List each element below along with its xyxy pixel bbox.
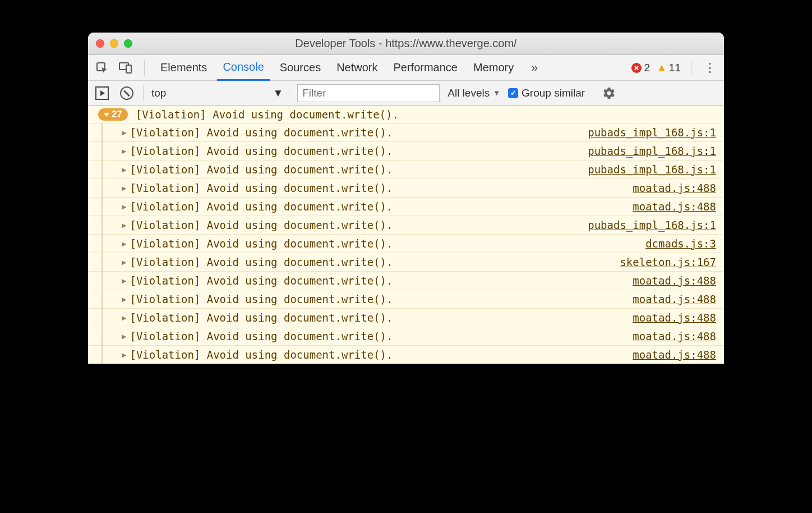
tab-elements[interactable]: Elements bbox=[155, 55, 213, 81]
console-output: 27 [Violation] Avoid using document.writ… bbox=[88, 106, 724, 364]
tab-console[interactable]: Console bbox=[217, 55, 269, 81]
error-count: 2 bbox=[644, 62, 650, 74]
source-link[interactable]: moatad.js:488 bbox=[633, 312, 716, 324]
console-message-row[interactable]: ▶[Violation] Avoid using document.write(… bbox=[88, 234, 724, 253]
group-count-badge: 27 bbox=[98, 108, 128, 121]
message-text: [Violation] Avoid using document.write()… bbox=[130, 145, 588, 157]
group-similar-toggle[interactable]: ✓ Group similar bbox=[508, 87, 585, 99]
execution-context-selector[interactable]: top ▼ bbox=[151, 87, 289, 99]
group-count: 27 bbox=[112, 109, 122, 120]
disclosure-triangle-icon: ▶ bbox=[122, 332, 126, 341]
console-settings-icon[interactable] bbox=[601, 85, 617, 102]
message-group-body: ▶[Violation] Avoid using document.write(… bbox=[88, 123, 724, 364]
kebab-menu-icon[interactable]: ⋮ bbox=[702, 59, 718, 76]
warning-count: 11 bbox=[669, 62, 681, 74]
message-text: [Violation] Avoid using document.write()… bbox=[130, 274, 633, 287]
execution-context-value: top bbox=[151, 87, 166, 99]
source-link[interactable]: moatad.js:488 bbox=[633, 349, 716, 361]
titlebar: Developer Tools - https://www.theverge.c… bbox=[88, 33, 724, 55]
tabbar: ElementsConsoleSourcesNetworkPerformance… bbox=[88, 55, 724, 81]
message-group-header[interactable]: 27 [Violation] Avoid using document.writ… bbox=[88, 106, 724, 123]
disclosure-triangle-icon: ▶ bbox=[122, 313, 126, 322]
source-link[interactable]: pubads_impl_168.js:1 bbox=[588, 126, 716, 139]
console-message-row[interactable]: ▶[Violation] Avoid using document.write(… bbox=[88, 253, 724, 271]
close-window-button[interactable] bbox=[96, 39, 104, 48]
console-message-row[interactable]: ▶[Violation] Avoid using document.write(… bbox=[88, 160, 724, 178]
message-text: [Violation] Avoid using document.write()… bbox=[130, 182, 633, 194]
separator bbox=[144, 60, 145, 76]
disclosure-triangle-icon: ▶ bbox=[122, 128, 126, 137]
disclosure-triangle-icon: ▶ bbox=[122, 239, 126, 248]
error-icon bbox=[631, 63, 642, 73]
message-text: [Violation] Avoid using document.write()… bbox=[130, 237, 645, 250]
svg-rect-2 bbox=[126, 65, 131, 73]
checkbox-checked-icon: ✓ bbox=[508, 88, 518, 98]
disclosure-triangle-icon: ▶ bbox=[122, 146, 126, 155]
disclosure-triangle-icon: ▶ bbox=[122, 202, 126, 211]
dropdown-icon: ▼ bbox=[273, 87, 283, 99]
console-message-row[interactable]: ▶[Violation] Avoid using document.write(… bbox=[88, 178, 724, 197]
source-link[interactable]: skeleton.js:167 bbox=[620, 256, 716, 268]
console-message-row[interactable]: ▶[Violation] Avoid using document.write(… bbox=[88, 141, 724, 160]
source-link[interactable]: dcmads.js:3 bbox=[645, 237, 716, 250]
message-text: [Violation] Avoid using document.write()… bbox=[130, 330, 633, 342]
separator bbox=[143, 85, 144, 101]
source-link[interactable]: pubads_impl_168.js:1 bbox=[588, 163, 716, 176]
disclosure-triangle-icon: ▶ bbox=[122, 276, 126, 285]
tabs: ElementsConsoleSourcesNetworkPerformance… bbox=[155, 55, 519, 81]
inspect-element-icon[interactable] bbox=[94, 59, 110, 76]
filter-input[interactable] bbox=[297, 84, 440, 102]
devtools-window: Developer Tools - https://www.theverge.c… bbox=[88, 33, 724, 364]
clear-console-icon[interactable] bbox=[118, 85, 135, 102]
warning-icon: ▲ bbox=[657, 62, 667, 74]
log-levels-selector[interactable]: All levels ▼ bbox=[447, 87, 500, 99]
console-message-row[interactable]: ▶[Violation] Avoid using document.write(… bbox=[88, 197, 724, 216]
console-message-row[interactable]: ▶[Violation] Avoid using document.write(… bbox=[88, 327, 724, 345]
more-tabs-icon[interactable]: » bbox=[526, 59, 543, 76]
tab-network[interactable]: Network bbox=[331, 55, 383, 81]
console-message-row[interactable]: ▶[Violation] Avoid using document.write(… bbox=[88, 123, 724, 141]
dropdown-icon: ▼ bbox=[493, 89, 500, 97]
group-similar-label: Group similar bbox=[522, 87, 585, 99]
minimize-window-button[interactable] bbox=[110, 39, 118, 48]
console-message-row[interactable]: ▶[Violation] Avoid using document.write(… bbox=[88, 345, 724, 364]
disclosure-triangle-icon: ▶ bbox=[122, 258, 126, 267]
source-link[interactable]: pubads_impl_168.js:1 bbox=[588, 219, 716, 231]
separator bbox=[691, 60, 691, 76]
message-text: [Violation] Avoid using document.write()… bbox=[130, 256, 620, 268]
error-count-badge[interactable]: 2 bbox=[631, 62, 650, 74]
console-message-row[interactable]: ▶[Violation] Avoid using document.write(… bbox=[88, 216, 724, 234]
source-link[interactable]: moatad.js:488 bbox=[633, 200, 716, 213]
source-link[interactable]: moatad.js:488 bbox=[633, 274, 716, 287]
source-link[interactable]: moatad.js:488 bbox=[633, 182, 716, 194]
zoom-window-button[interactable] bbox=[124, 39, 132, 48]
disclosure-triangle-icon: ▶ bbox=[122, 165, 126, 174]
disclosure-triangle-icon: ▶ bbox=[122, 350, 126, 359]
source-link[interactable]: pubads_impl_168.js:1 bbox=[588, 145, 716, 157]
message-text: [Violation] Avoid using document.write()… bbox=[130, 349, 633, 361]
tab-sources[interactable]: Sources bbox=[274, 55, 326, 81]
console-message-row[interactable]: ▶[Violation] Avoid using document.write(… bbox=[88, 290, 724, 308]
console-message-row[interactable]: ▶[Violation] Avoid using document.write(… bbox=[88, 271, 724, 290]
console-filter-bar: top ▼ All levels ▼ ✓ Group similar bbox=[88, 81, 724, 106]
message-text: [Violation] Avoid using document.write()… bbox=[130, 163, 588, 176]
toggle-device-toolbar-icon[interactable] bbox=[117, 59, 134, 76]
source-link[interactable]: moatad.js:488 bbox=[633, 293, 716, 305]
tab-performance[interactable]: Performance bbox=[388, 55, 464, 81]
message-text: [Violation] Avoid using document.write()… bbox=[130, 200, 633, 213]
console-message-row[interactable]: ▶[Violation] Avoid using document.write(… bbox=[88, 308, 724, 327]
disclosure-triangle-icon: ▶ bbox=[122, 295, 126, 304]
message-text: [Violation] Avoid using document.write()… bbox=[130, 312, 633, 324]
window-controls bbox=[96, 39, 132, 48]
message-text: [Violation] Avoid using document.write()… bbox=[130, 126, 588, 139]
log-levels-label: All levels bbox=[447, 87, 490, 99]
message-text: [Violation] Avoid using document.write()… bbox=[130, 219, 588, 231]
group-message: [Violation] Avoid using document.write()… bbox=[136, 108, 399, 121]
source-link[interactable]: moatad.js:488 bbox=[633, 330, 716, 342]
disclosure-triangle-icon: ▶ bbox=[122, 184, 126, 193]
show-console-sidebar-icon[interactable] bbox=[94, 85, 110, 102]
window-title: Developer Tools - https://www.theverge.c… bbox=[88, 37, 724, 50]
message-text: [Violation] Avoid using document.write()… bbox=[130, 293, 633, 305]
tab-memory[interactable]: Memory bbox=[468, 55, 519, 81]
warning-count-badge[interactable]: ▲ 11 bbox=[657, 62, 681, 74]
